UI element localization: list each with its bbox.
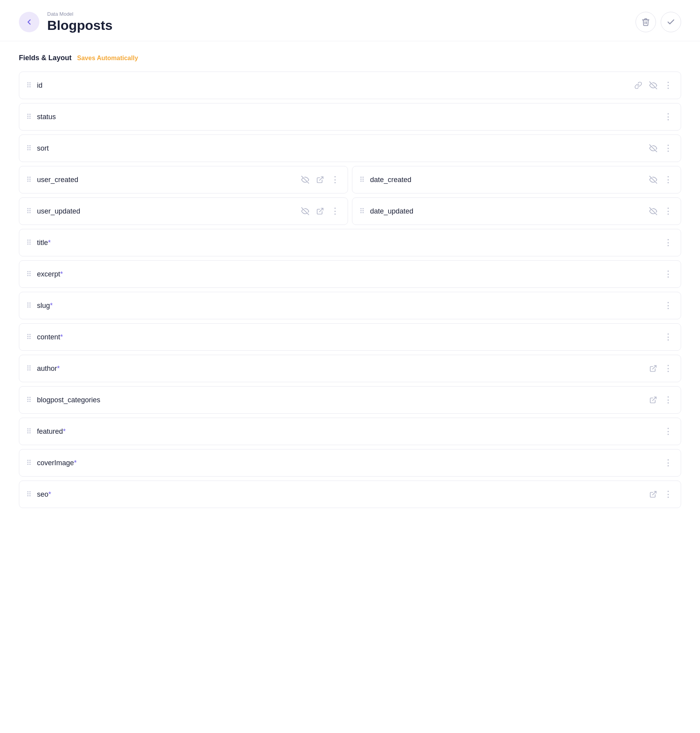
drag-handle-user-created[interactable]	[26, 176, 31, 183]
more-icon-sort[interactable]: ⋮	[663, 143, 674, 154]
drag-handle-slug[interactable]	[26, 302, 31, 309]
more-icon-user-updated[interactable]: ⋮	[330, 206, 341, 217]
link-icon-id[interactable]	[633, 80, 644, 91]
field-actions-user-created: ⋮	[300, 174, 341, 185]
field-row-id: id ⋮	[19, 72, 681, 99]
drag-handle-seo[interactable]	[26, 491, 31, 498]
field-row-blogpost-categories: blogpost_categories ⋮	[19, 386, 681, 414]
more-icon-cover-image[interactable]: ⋮	[663, 457, 674, 468]
more-icon-seo[interactable]: ⋮	[663, 489, 674, 500]
field-item-date-updated: date_updated ⋮	[352, 197, 681, 225]
eye-off-icon-sort[interactable]	[648, 143, 659, 154]
svg-line-10	[652, 492, 656, 495]
svg-line-9	[652, 397, 656, 401]
field-item-date-created: date_created ⋮	[352, 166, 681, 193]
field-row-slug: slug* ⋮	[19, 292, 681, 319]
field-row-author: author* ⋮	[19, 355, 681, 382]
external-icon-user-updated[interactable]	[315, 206, 326, 217]
more-icon-author[interactable]: ⋮	[663, 363, 674, 374]
field-actions-user-updated: ⋮	[300, 206, 341, 217]
drag-handle-sort[interactable]	[26, 145, 31, 152]
eye-off-icon-user-created[interactable]	[300, 174, 311, 185]
external-icon-seo[interactable]	[648, 489, 659, 500]
more-icon-id[interactable]: ⋮	[663, 80, 674, 91]
auto-save-label: Saves Automatically	[77, 55, 138, 62]
eye-off-icon-date-created[interactable]	[648, 174, 659, 185]
section-title: Fields & Layout	[19, 54, 72, 62]
field-actions-sort: ⋮	[648, 143, 674, 154]
field-item-author: author* ⋮	[19, 355, 681, 382]
back-button[interactable]	[19, 12, 39, 32]
field-actions-author: ⋮	[648, 363, 674, 374]
field-name-title: title*	[37, 239, 657, 247]
drag-handle-excerpt[interactable]	[26, 271, 31, 278]
field-item-featured: featured* ⋮	[19, 418, 681, 445]
field-row-user-date-updated: user_updated ⋮ date_updated	[19, 197, 681, 225]
drag-handle-content[interactable]	[26, 333, 31, 341]
drag-handle-cover-image[interactable]	[26, 459, 31, 466]
field-actions-content: ⋮	[663, 332, 674, 343]
field-item-content: content* ⋮	[19, 323, 681, 351]
field-actions-featured: ⋮	[663, 426, 674, 437]
more-icon-content[interactable]: ⋮	[663, 332, 674, 343]
eye-off-icon-date-updated[interactable]	[648, 206, 659, 217]
drag-handle-date-created[interactable]	[359, 176, 365, 183]
field-name-user-created: user_created	[37, 176, 294, 184]
header-right	[636, 12, 681, 32]
external-icon-blogpost-categories[interactable]	[648, 394, 659, 405]
field-item-blogpost-categories: blogpost_categories ⋮	[19, 386, 681, 414]
breadcrumb: Data Model	[47, 11, 112, 17]
field-row-sort: sort ⋮	[19, 134, 681, 162]
more-icon-title[interactable]: ⋮	[663, 237, 674, 248]
field-item-sort: sort ⋮	[19, 134, 681, 162]
field-row-title: title* ⋮	[19, 229, 681, 256]
more-icon-date-updated[interactable]: ⋮	[663, 206, 674, 217]
header-title-block: Data Model Blogposts	[47, 11, 112, 33]
field-item-slug: slug* ⋮	[19, 292, 681, 319]
field-name-user-updated: user_updated	[37, 207, 294, 215]
drag-handle-date-updated[interactable]	[359, 208, 365, 215]
drag-handle-status[interactable]	[26, 113, 31, 120]
header-left: Data Model Blogposts	[19, 11, 112, 33]
drag-handle-id[interactable]	[26, 82, 31, 89]
field-name-status: status	[37, 113, 657, 121]
field-name-featured: featured*	[37, 427, 657, 436]
field-actions-title: ⋮	[663, 237, 674, 248]
more-icon-status[interactable]: ⋮	[663, 111, 674, 122]
field-name-content: content*	[37, 333, 657, 341]
field-name-slug: slug*	[37, 302, 657, 310]
eye-off-icon-user-updated[interactable]	[300, 206, 311, 217]
more-icon-date-created[interactable]: ⋮	[663, 174, 674, 185]
field-item-user-updated: user_updated ⋮	[19, 197, 348, 225]
drag-handle-blogpost-categories[interactable]	[26, 396, 31, 403]
svg-line-8	[652, 366, 656, 369]
external-icon-user-created[interactable]	[315, 174, 326, 185]
more-icon-blogpost-categories[interactable]: ⋮	[663, 394, 674, 405]
field-row-user-date-created: user_created ⋮ date_created	[19, 166, 681, 193]
page-title: Blogposts	[47, 18, 112, 33]
more-icon-user-created[interactable]: ⋮	[330, 174, 341, 185]
drag-handle-title[interactable]	[26, 239, 31, 246]
field-actions-date-updated: ⋮	[648, 206, 674, 217]
more-icon-slug[interactable]: ⋮	[663, 300, 674, 311]
header: Data Model Blogposts	[0, 0, 700, 41]
confirm-button[interactable]	[661, 12, 681, 32]
field-name-seo: seo*	[37, 490, 642, 499]
drag-handle-author[interactable]	[26, 365, 31, 372]
field-item-status: status ⋮	[19, 103, 681, 131]
field-actions-cover-image: ⋮	[663, 457, 674, 468]
field-row-excerpt: excerpt* ⋮	[19, 260, 681, 288]
eye-off-icon-id[interactable]	[648, 80, 659, 91]
more-icon-featured[interactable]: ⋮	[663, 426, 674, 437]
drag-handle-featured[interactable]	[26, 428, 31, 435]
drag-handle-user-updated[interactable]	[26, 208, 31, 215]
field-actions-blogpost-categories: ⋮	[648, 394, 674, 405]
field-name-author: author*	[37, 365, 642, 373]
field-row-featured: featured* ⋮	[19, 418, 681, 445]
field-name-excerpt: excerpt*	[37, 270, 657, 278]
delete-button[interactable]	[636, 12, 656, 32]
field-name-blogpost-categories: blogpost_categories	[37, 396, 642, 404]
more-icon-excerpt[interactable]: ⋮	[663, 269, 674, 280]
field-actions-status: ⋮	[663, 111, 674, 122]
external-icon-author[interactable]	[648, 363, 659, 374]
